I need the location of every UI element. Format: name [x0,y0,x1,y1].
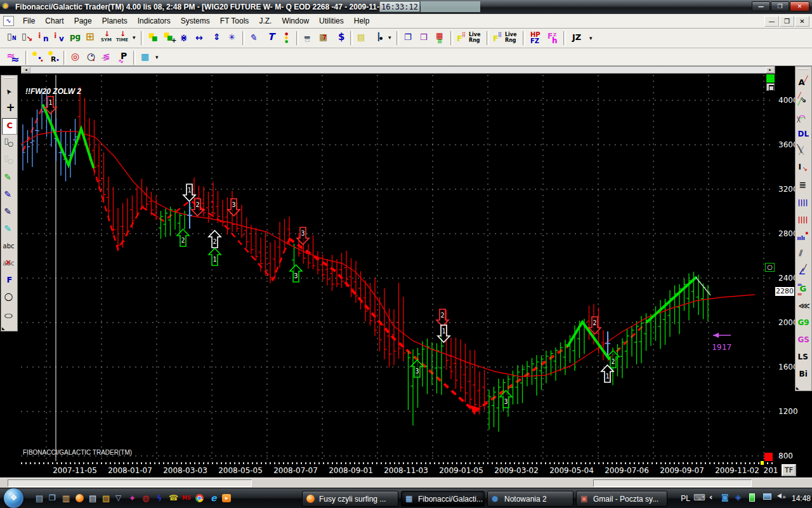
scroll-right-button[interactable]: ▸ [766,67,775,73]
close-button[interactable]: ✕ [790,1,809,11]
jz-button[interactable]: JZ [568,30,587,46]
calendar-button[interactable]: ▦7 [317,30,332,46]
page-grid-button[interactable]: ⊞ [84,30,99,46]
mdi-minimize-button[interactable]: — [764,16,779,27]
internet-explorer-icon[interactable]: e [208,493,219,504]
bar-style-button[interactable]: ┃● [371,30,386,46]
new-chart-button[interactable]: ▯N [4,30,20,46]
cascade-pages-button[interactable]: ■■ [146,30,161,46]
explorer-icon[interactable]: ▥ [62,493,73,504]
timeframe-button[interactable]: TF [782,464,796,476]
mini-bars-tool[interactable]: ıılı▪ [796,229,811,246]
phone-app-icon[interactable]: ☎ [168,493,180,504]
menu-help[interactable]: Help [349,14,375,27]
open-chart-button[interactable]: ▯↘ [20,30,36,46]
bar-style-dropdown[interactable]: ▾ [387,30,395,46]
zoom-in-tool[interactable]: ▯○ [2,135,17,152]
dl-tool[interactable]: DL [796,126,811,143]
task-gmail[interactable]: ▣Gmail - Poczta sy... [576,491,667,507]
ms-app-icon[interactable]: MS [181,493,193,504]
chrome-icon[interactable] [195,493,206,504]
i-line-tool[interactable]: I↘ [796,161,811,177]
menu-ft-tools[interactable]: FT Tools [215,14,254,27]
intraday-bars-v-button[interactable]: ⁞v [52,30,67,46]
quote-board-button[interactable]: ▦≡ [433,30,449,46]
fan-lines-tool[interactable]: ⋘ [796,298,811,314]
language-indicator[interactable]: PL [681,494,690,503]
start-button[interactable]: ❖ [4,488,23,508]
palette-resize-handle[interactable]: ◣ [2,326,5,330]
network-icon[interactable] [763,493,774,504]
volume-icon[interactable]: » [776,493,788,504]
folder-icon[interactable]: ▨ [102,493,113,504]
battery-icon[interactable] [749,493,760,504]
mdi-close-button[interactable]: ✕ [795,16,809,27]
fibonacci-f-tool[interactable]: F [2,272,17,289]
retracement-tool[interactable]: ⇘╱╱ [796,92,811,109]
window-switcher-icon[interactable]: ❐ [48,493,60,504]
new-dropdown[interactable]: ▾ [131,30,139,46]
minimize-button[interactable]: — [752,1,770,11]
menu-window[interactable]: Window [277,14,314,27]
palette-grip[interactable] [4,77,15,83]
live-range-blue-button[interactable]: F⣿LiveRng [492,30,521,46]
palette-grip[interactable] [798,69,809,74]
symbol-change-button[interactable]: ↓SYM [100,30,115,46]
menu-chart[interactable]: Chart [40,14,69,27]
aspect-lines-button[interactable]: ≶─ [100,50,115,65]
keyboard-icon[interactable]: ⌨ [693,493,704,504]
draw-pen-button[interactable]: ✎ [247,30,263,46]
compress-scale-button[interactable]: ⋇ [178,30,193,46]
menu-planets[interactable]: Planets [97,14,133,27]
task-fusy[interactable]: Fusy czyli surfing ... [302,491,398,507]
price-chart-canvas[interactable]: 11232213321332211917!!FW20 ZOLW 2FIBONAC… [21,74,775,462]
vertical-lines-red-tool[interactable]: |||| [796,212,811,229]
text-abc-tool[interactable]: abc [2,238,17,255]
gann9-tool[interactable]: G9 [796,315,811,331]
horizontal-lines-tool[interactable]: ≣ [796,178,811,194]
circle-tool[interactable]: ○ [2,290,17,306]
jz-dropdown[interactable]: ▾ [588,30,596,46]
expand-vertical-button[interactable]: ⇕ [209,30,225,46]
planet-p-button[interactable]: P∿ [116,50,131,65]
bi-tool[interactable]: Bi [796,366,811,383]
app-titlebar[interactable]: ✺ Fibonacci/Galactic Trader(TM) 4.00 lis… [0,0,812,14]
target-circles-button[interactable]: ◎ [69,50,84,65]
measure-ruler-button[interactable]: ▤ [355,30,370,46]
cascade-windows-button[interactable]: ❒ [417,30,433,46]
time-change-button[interactable]: ↓TIME [115,30,131,46]
opera-icon[interactable]: ◍ [141,493,153,504]
auto-trend-tool[interactable]: A╱ [796,75,811,91]
pitchfork-tool[interactable]: ∠╱ [796,264,811,280]
task-fibonacci[interactable]: ▦Fibonacci/Galacti... [401,491,485,507]
firefox-icon[interactable] [75,493,86,504]
tray-expand-chevron[interactable]: ‹ [707,493,718,504]
trendline-green-tool[interactable]: ✎ [2,170,17,186]
signals-button[interactable]: ●●● [279,30,294,46]
planet-r-button[interactable]: ●R• [46,50,62,65]
magnet-tool[interactable]: C [2,118,17,135]
horizontal-scrollbar[interactable]: ◂ ▸ [21,66,775,74]
gs-tool[interactable]: GS [796,332,811,349]
menu-indicators[interactable]: Indicators [133,14,176,27]
palette-resize-handle[interactable]: ◣ [796,386,799,390]
delete-text-tool[interactable]: abc✕ [2,255,17,272]
menu-file[interactable]: File [18,14,40,27]
expand-horizontal-button[interactable]: ↔ [193,30,209,46]
print-button[interactable]: ▬▭ [301,30,317,46]
menu-page[interactable]: Page [69,14,97,27]
page-button[interactable]: pg [68,30,83,46]
ephemeris-grid-button[interactable]: ▦ [138,50,154,65]
mdi-restore-button[interactable]: ❐ [780,16,794,27]
maximize-button[interactable]: ❐ [771,1,789,11]
menu-j-z-[interactable]: J.Z. [254,14,277,27]
planet-clock-button[interactable]: ○•• [84,50,100,65]
cascade-add-button[interactable]: ■■+ [162,30,177,46]
live-range-red-button[interactable]: F⣿LiveRng [455,30,485,46]
menu-systems[interactable]: Systems [176,14,215,27]
tray-app-blue-icon[interactable]: ◙ [721,493,732,504]
messenger-icon[interactable]: ϟ [155,493,166,504]
scroll-left-button[interactable]: ◂ [22,67,30,73]
graphics-app-icon[interactable]: ✦ [128,493,140,504]
task-notowania[interactable]: ●Notowania 2 [487,491,573,507]
